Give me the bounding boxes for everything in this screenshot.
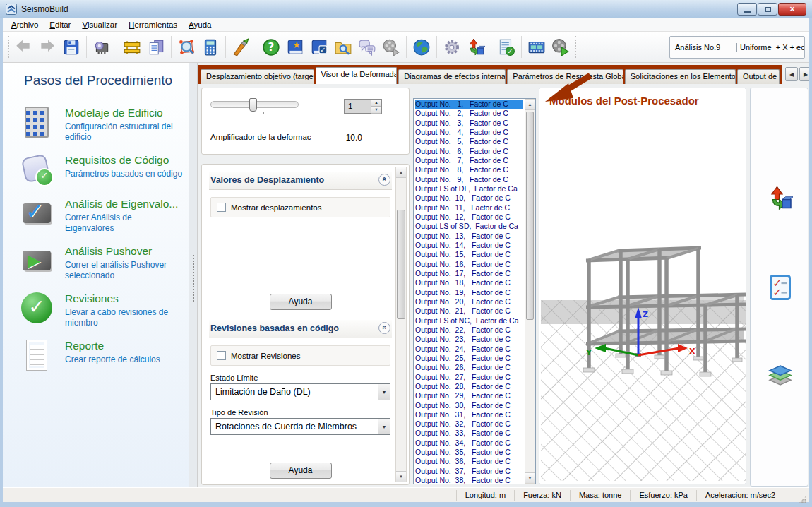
output-list-item[interactable]: Output No. 15, Factor de C bbox=[415, 250, 523, 259]
filmstrip-icon[interactable] bbox=[525, 35, 549, 60]
brush-icon[interactable] bbox=[229, 35, 253, 60]
limit-state-select[interactable]: Limitación de Daño (DL) ▼ bbox=[210, 383, 390, 400]
chevron-down-icon[interactable]: ▼ bbox=[378, 419, 390, 434]
output-list-item[interactable]: Output No. 11, Factor de C bbox=[415, 203, 523, 213]
scrollbar-thumb[interactable] bbox=[526, 112, 534, 320]
tab-scroll-right-icon[interactable]: ▶ bbox=[799, 67, 809, 81]
model-3d-viewport[interactable]: Z X Y bbox=[539, 88, 746, 484]
checks-help-button[interactable]: Ayuda bbox=[270, 463, 332, 479]
deformed-shape-icon[interactable] bbox=[768, 186, 793, 211]
sidebar-step-title[interactable]: Modelaje de Edificio bbox=[65, 107, 183, 119]
output-list[interactable]: Output No. 1, Factor de COutput No. 2, F… bbox=[413, 98, 536, 484]
search-folder-icon[interactable] bbox=[331, 35, 355, 60]
output-list-item[interactable]: Output No. 16, Factor de C bbox=[415, 260, 523, 269]
output-list-scrollbar[interactable]: ▲ ▼ bbox=[525, 99, 535, 484]
redo-icon[interactable] bbox=[35, 35, 59, 60]
close-button[interactable]: × bbox=[778, 3, 806, 16]
settings-gear-icon[interactable] bbox=[440, 35, 464, 60]
output-list-item[interactable]: Output No. 27, Factor de C bbox=[415, 373, 523, 382]
options-scrollbar[interactable]: ▲ ▼ bbox=[395, 167, 407, 482]
output-list-item[interactable]: Output No. 22, Factor de C bbox=[415, 326, 523, 335]
show-displacements-checkbox[interactable] bbox=[217, 203, 226, 212]
toolbar-grip[interactable] bbox=[8, 36, 9, 58]
slider-thumb[interactable] bbox=[249, 98, 257, 112]
tutorial-book-icon[interactable]: ★ bbox=[283, 35, 307, 60]
sidebar-step[interactable]: Reporte Crear reporte de cálculos bbox=[20, 338, 183, 372]
analysis-selector[interactable]: Análisis No.9 Uniforme + X + ec bbox=[669, 36, 805, 59]
scroll-up-icon[interactable]: ▲ bbox=[396, 167, 406, 178]
sidebar-step-title[interactable]: Reporte bbox=[65, 340, 160, 352]
show-checks-row[interactable]: Mostrar Revisiones bbox=[210, 345, 390, 366]
model-viewer-icon[interactable] bbox=[174, 35, 198, 60]
spinner-value[interactable]: 1 bbox=[345, 100, 371, 113]
step-spinner[interactable]: 1 ▲ ▼ bbox=[344, 99, 382, 114]
log-check-icon[interactable]: ✓ bbox=[494, 35, 518, 60]
save-icon[interactable] bbox=[59, 35, 83, 60]
output-list-item[interactable]: Output No. 9, Factor de C bbox=[415, 175, 523, 184]
output-list-item[interactable]: Output No. 10, Factor de C bbox=[415, 193, 523, 203]
output-list-item[interactable]: Output LS of NC, Factor de Ca bbox=[415, 316, 523, 326]
output-list-item[interactable]: Output No. 26, Factor de C bbox=[415, 363, 523, 372]
deformed-shape-icon[interactable] bbox=[464, 35, 488, 60]
sidebar-step[interactable]: Requisitos de Código Parámetros basados … bbox=[20, 153, 183, 186]
sidebar-step[interactable]: Modelaje de Edificio Configuración estru… bbox=[20, 105, 183, 143]
scroll-down-icon[interactable]: ▼ bbox=[396, 471, 406, 482]
collapse-icon[interactable]: « bbox=[378, 322, 390, 334]
output-list-item[interactable]: Output No. 3, Factor de C bbox=[415, 119, 523, 128]
scroll-down-icon[interactable]: ▼ bbox=[525, 472, 535, 483]
output-list-item[interactable]: Output No. 20, Factor de C bbox=[415, 297, 523, 306]
sidebar-step[interactable]: Análisis Pushover Correr el análisis Pus… bbox=[20, 244, 183, 281]
output-list-item[interactable]: Output No. 28, Factor de C bbox=[415, 382, 523, 391]
help-icon[interactable]: ? bbox=[259, 35, 283, 60]
output-list-item[interactable]: Output No. 24, Factor de C bbox=[415, 345, 523, 354]
member-checks-icon[interactable]: ✓✓ bbox=[768, 275, 793, 300]
menu-item[interactable]: Editar bbox=[44, 19, 76, 30]
frame-icon[interactable] bbox=[120, 35, 144, 60]
collapse-icon[interactable]: « bbox=[378, 174, 390, 186]
tab[interactable]: Desplazamiento objetivo (target) bbox=[201, 69, 314, 84]
output-list-item[interactable]: Output No. 18, Factor de C bbox=[415, 278, 523, 287]
tab-scroll-left-icon[interactable]: ◀ bbox=[785, 67, 798, 81]
undo-icon[interactable] bbox=[11, 35, 35, 60]
output-list-item[interactable]: Output No. 17, Factor de C bbox=[415, 269, 523, 278]
sidebar-step[interactable]: Análisis de Eigenvalo... Correr Análisis… bbox=[20, 196, 183, 234]
output-list-item[interactable]: Output LS of DL, Factor de Ca bbox=[415, 184, 523, 193]
analysis-number[interactable]: Análisis No.9 bbox=[670, 43, 736, 52]
spinner-down-icon[interactable]: ▼ bbox=[371, 107, 381, 114]
sidebar-step-title[interactable]: Análisis Pushover bbox=[65, 245, 183, 258]
tab[interactable]: Diagramas de efectos internas bbox=[398, 69, 506, 84]
globe-icon[interactable] bbox=[410, 35, 434, 60]
deformation-slider[interactable] bbox=[210, 101, 299, 108]
sidebar-step-title[interactable]: Requisitos de Código bbox=[65, 154, 182, 167]
show-displacements-row[interactable]: Mostrar desplazamientos bbox=[210, 197, 390, 217]
calculator-icon[interactable] bbox=[198, 35, 222, 60]
displacement-help-button[interactable]: Ayuda bbox=[270, 294, 332, 310]
output-list-item[interactable]: Output No. 12, Factor de C bbox=[415, 213, 523, 222]
processor-icon[interactable] bbox=[90, 35, 114, 60]
menu-item[interactable]: Visualizar bbox=[76, 19, 123, 30]
output-list-item[interactable]: Output No. 14, Factor de C bbox=[415, 241, 523, 250]
output-list-item[interactable]: Output No. 35, Factor de C bbox=[415, 448, 523, 457]
output-list-item[interactable]: Output No. 7, Factor de C bbox=[415, 156, 523, 165]
output-list-item[interactable]: Output No. 37, Factor de C bbox=[415, 467, 523, 476]
menu-item[interactable]: Ayuda bbox=[183, 19, 217, 30]
output-list-item[interactable]: Output No. 19, Factor de C bbox=[415, 288, 523, 297]
menu-item[interactable]: Herramientas bbox=[123, 19, 183, 30]
output-list-item[interactable]: Output No. 34, Factor de C bbox=[415, 439, 523, 448]
output-list-item[interactable]: Output LS of SD, Factor de Ca bbox=[415, 222, 523, 231]
scroll-up-icon[interactable]: ▲ bbox=[525, 100, 535, 110]
check-type-select[interactable]: Rotaciones de Cuerda de Miembros ▼ bbox=[210, 418, 390, 435]
output-list-item[interactable]: Output No. 32, Factor de C bbox=[415, 419, 523, 429]
output-list-item[interactable]: Output No. 25, Factor de C bbox=[415, 354, 523, 363]
output-list-item[interactable]: Output No. 33, Factor de C bbox=[415, 429, 523, 438]
scrollbar-thumb[interactable] bbox=[397, 210, 405, 319]
output-list-item[interactable]: Output No. 30, Factor de C bbox=[415, 401, 523, 410]
spinner-up-icon[interactable]: ▲ bbox=[371, 100, 381, 107]
output-list-item[interactable]: Output No. 2, Factor de C bbox=[415, 109, 523, 118]
output-list-item[interactable]: Output No. 8, Factor de C bbox=[415, 165, 523, 174]
output-list-item[interactable]: Output No. 23, Factor de C bbox=[415, 335, 523, 344]
output-list-item[interactable]: Output No. 6, Factor de C bbox=[415, 147, 523, 156]
show-checks-checkbox[interactable] bbox=[217, 351, 226, 360]
menu-item[interactable]: Archivo bbox=[6, 19, 44, 30]
analysis-load-pattern[interactable]: Uniforme + X + ec bbox=[736, 43, 804, 52]
